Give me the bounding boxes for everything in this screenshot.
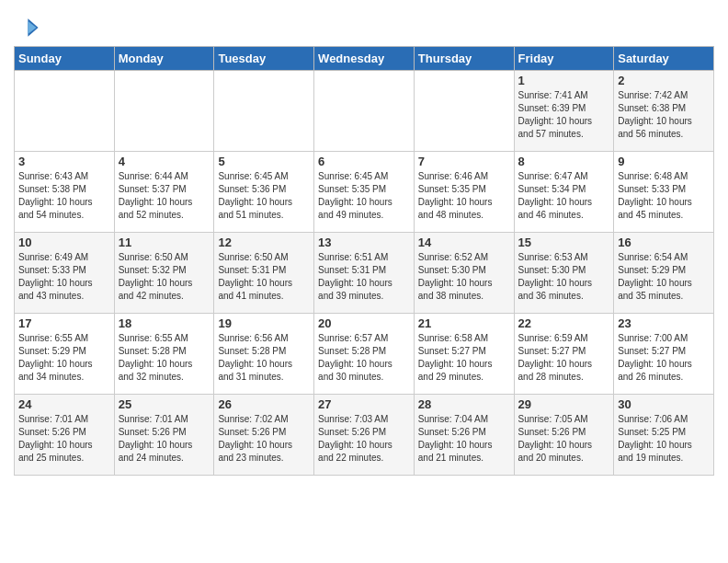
calendar-cell: 3Sunrise: 6:43 AMSunset: 5:38 PMDaylight… (15, 152, 115, 233)
cell-content: Sunrise: 7:01 AMSunset: 5:26 PMDaylight:… (18, 413, 110, 465)
cell-content: Sunrise: 7:05 AMSunset: 5:26 PMDaylight:… (518, 413, 610, 465)
day-number: 28 (418, 397, 510, 411)
calendar-cell: 21Sunrise: 6:58 AMSunset: 5:27 PMDayligh… (414, 314, 514, 395)
cell-content: Sunrise: 6:54 AMSunset: 5:29 PMDaylight:… (618, 251, 710, 303)
page-container: SundayMondayTuesdayWednesdayThursdayFrid… (0, 0, 728, 485)
day-number: 2 (618, 74, 710, 87)
weekday-header-thursday: Thursday (414, 47, 514, 71)
calendar-cell: 4Sunrise: 6:44 AMSunset: 5:37 PMDaylight… (114, 152, 214, 233)
calendar-cell: 27Sunrise: 7:03 AMSunset: 5:26 PMDayligh… (314, 395, 415, 476)
calendar-cell: 17Sunrise: 6:55 AMSunset: 5:29 PMDayligh… (15, 314, 115, 395)
cell-content: Sunrise: 6:53 AMSunset: 5:30 PMDaylight:… (518, 251, 610, 303)
logo (14, 15, 43, 40)
calendar-cell: 11Sunrise: 6:50 AMSunset: 5:32 PMDayligh… (114, 233, 214, 314)
calendar-cell: 13Sunrise: 6:51 AMSunset: 5:31 PMDayligh… (314, 233, 415, 314)
calendar-cell (414, 71, 514, 152)
calendar-cell: 16Sunrise: 6:54 AMSunset: 5:29 PMDayligh… (614, 233, 714, 314)
calendar-cell: 18Sunrise: 6:55 AMSunset: 5:28 PMDayligh… (114, 314, 214, 395)
calendar-cell: 23Sunrise: 7:00 AMSunset: 5:27 PMDayligh… (614, 314, 714, 395)
calendar-cell: 14Sunrise: 6:52 AMSunset: 5:30 PMDayligh… (414, 233, 514, 314)
day-number: 3 (18, 155, 110, 168)
cell-content: Sunrise: 6:46 AMSunset: 5:35 PMDaylight:… (418, 170, 510, 222)
cell-content: Sunrise: 6:44 AMSunset: 5:37 PMDaylight:… (119, 170, 210, 222)
day-number: 26 (218, 397, 310, 411)
calendar-cell: 26Sunrise: 7:02 AMSunset: 5:26 PMDayligh… (214, 395, 314, 476)
calendar-week-4: 17Sunrise: 6:55 AMSunset: 5:29 PMDayligh… (15, 314, 714, 395)
cell-content: Sunrise: 7:01 AMSunset: 5:26 PMDaylight:… (119, 413, 210, 465)
calendar-table: SundayMondayTuesdayWednesdayThursdayFrid… (14, 46, 714, 476)
calendar-cell (314, 71, 415, 152)
calendar-cell: 22Sunrise: 6:59 AMSunset: 5:27 PMDayligh… (514, 314, 614, 395)
day-number: 23 (618, 316, 710, 330)
cell-content: Sunrise: 6:55 AMSunset: 5:29 PMDaylight:… (18, 332, 110, 384)
day-number: 22 (518, 316, 610, 330)
day-number: 18 (119, 316, 210, 330)
cell-content: Sunrise: 7:00 AMSunset: 5:27 PMDaylight:… (618, 332, 710, 384)
cell-content: Sunrise: 6:50 AMSunset: 5:31 PMDaylight:… (218, 251, 310, 303)
cell-content: Sunrise: 7:03 AMSunset: 5:26 PMDaylight:… (318, 413, 410, 465)
calendar-cell: 28Sunrise: 7:04 AMSunset: 5:26 PMDayligh… (414, 395, 514, 476)
calendar-week-5: 24Sunrise: 7:01 AMSunset: 5:26 PMDayligh… (15, 395, 714, 476)
calendar-cell (114, 71, 214, 152)
day-number: 13 (318, 236, 410, 249)
cell-content: Sunrise: 6:45 AMSunset: 5:35 PMDaylight:… (318, 170, 410, 222)
calendar-cell: 25Sunrise: 7:01 AMSunset: 5:26 PMDayligh… (114, 395, 214, 476)
day-number: 19 (218, 316, 310, 330)
calendar-cell: 30Sunrise: 7:06 AMSunset: 5:25 PMDayligh… (614, 395, 714, 476)
calendar-cell (15, 71, 115, 152)
weekday-header-monday: Monday (114, 47, 214, 71)
day-number: 24 (18, 397, 110, 411)
weekday-header-saturday: Saturday (614, 47, 714, 71)
calendar-week-2: 3Sunrise: 6:43 AMSunset: 5:38 PMDaylight… (15, 152, 714, 233)
day-number: 17 (18, 316, 110, 330)
weekday-header-friday: Friday (514, 47, 614, 71)
cell-content: Sunrise: 6:48 AMSunset: 5:33 PMDaylight:… (618, 170, 710, 222)
cell-content: Sunrise: 6:50 AMSunset: 5:32 PMDaylight:… (119, 251, 210, 303)
day-number: 11 (119, 236, 210, 249)
weekday-header-tuesday: Tuesday (214, 47, 314, 71)
day-number: 29 (518, 397, 610, 411)
day-number: 16 (618, 236, 710, 249)
cell-content: Sunrise: 6:47 AMSunset: 5:34 PMDaylight:… (518, 170, 610, 222)
calendar-cell: 8Sunrise: 6:47 AMSunset: 5:34 PMDaylight… (514, 152, 614, 233)
cell-content: Sunrise: 6:43 AMSunset: 5:38 PMDaylight:… (18, 170, 110, 222)
day-number: 30 (618, 397, 710, 411)
day-number: 15 (518, 236, 610, 249)
calendar-cell (214, 71, 314, 152)
day-number: 20 (318, 316, 410, 330)
calendar-cell: 1Sunrise: 7:41 AMSunset: 6:39 PMDaylight… (514, 71, 614, 152)
calendar-cell: 10Sunrise: 6:49 AMSunset: 5:33 PMDayligh… (15, 233, 115, 314)
cell-content: Sunrise: 6:58 AMSunset: 5:27 PMDaylight:… (418, 332, 510, 384)
day-number: 5 (218, 155, 310, 168)
day-number: 6 (318, 155, 410, 168)
day-number: 8 (518, 155, 610, 168)
cell-content: Sunrise: 6:51 AMSunset: 5:31 PMDaylight:… (318, 251, 410, 303)
day-number: 14 (418, 236, 510, 249)
cell-content: Sunrise: 7:02 AMSunset: 5:26 PMDaylight:… (218, 413, 310, 465)
day-number: 4 (119, 155, 210, 168)
cell-content: Sunrise: 7:42 AMSunset: 6:38 PMDaylight:… (618, 89, 710, 141)
weekday-header-row: SundayMondayTuesdayWednesdayThursdayFrid… (15, 47, 714, 71)
calendar-cell: 19Sunrise: 6:56 AMSunset: 5:28 PMDayligh… (214, 314, 314, 395)
calendar-cell: 29Sunrise: 7:05 AMSunset: 5:26 PMDayligh… (514, 395, 614, 476)
cell-content: Sunrise: 6:55 AMSunset: 5:28 PMDaylight:… (119, 332, 210, 384)
day-number: 1 (518, 74, 610, 87)
cell-content: Sunrise: 6:57 AMSunset: 5:28 PMDaylight:… (318, 332, 410, 384)
cell-content: Sunrise: 7:06 AMSunset: 5:25 PMDaylight:… (618, 413, 710, 465)
cell-content: Sunrise: 6:45 AMSunset: 5:36 PMDaylight:… (218, 170, 310, 222)
cell-content: Sunrise: 6:52 AMSunset: 5:30 PMDaylight:… (418, 251, 510, 303)
day-number: 10 (18, 236, 110, 249)
cell-content: Sunrise: 6:59 AMSunset: 5:27 PMDaylight:… (518, 332, 610, 384)
calendar-header: SundayMondayTuesdayWednesdayThursdayFrid… (15, 47, 714, 71)
day-number: 9 (618, 155, 710, 168)
calendar-cell: 12Sunrise: 6:50 AMSunset: 5:31 PMDayligh… (214, 233, 314, 314)
cell-content: Sunrise: 6:49 AMSunset: 5:33 PMDaylight:… (18, 251, 110, 303)
calendar-cell: 9Sunrise: 6:48 AMSunset: 5:33 PMDaylight… (614, 152, 714, 233)
day-number: 21 (418, 316, 510, 330)
cell-content: Sunrise: 7:41 AMSunset: 6:39 PMDaylight:… (518, 89, 610, 141)
logo-icon (14, 15, 40, 40)
calendar-week-1: 1Sunrise: 7:41 AMSunset: 6:39 PMDaylight… (15, 71, 714, 152)
calendar-cell: 24Sunrise: 7:01 AMSunset: 5:26 PMDayligh… (15, 395, 115, 476)
page-header (14, 9, 714, 40)
calendar-cell: 2Sunrise: 7:42 AMSunset: 6:38 PMDaylight… (614, 71, 714, 152)
